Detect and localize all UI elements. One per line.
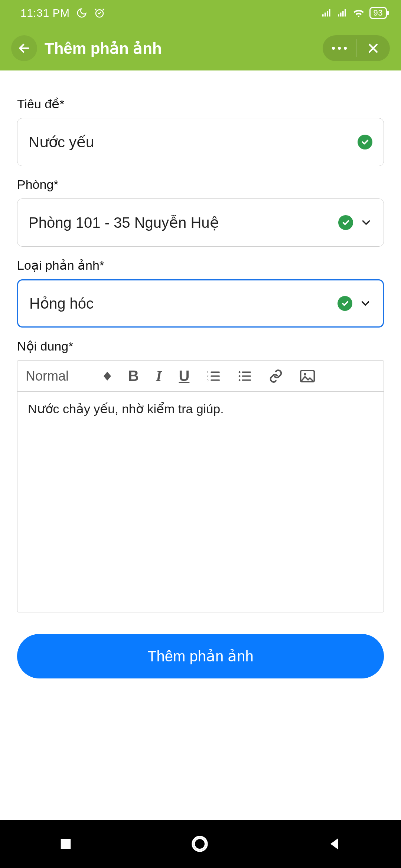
svg-text:3: 3 bbox=[207, 378, 209, 382]
alarm-icon bbox=[94, 7, 105, 19]
editor-toolbar: Normal B I U 123 bbox=[17, 361, 384, 392]
submit-label: Thêm phản ảnh bbox=[147, 648, 254, 665]
heading-value: Normal bbox=[26, 368, 69, 384]
form: Tiêu đề* Nước yếu Phòng* Phòng 101 - 35 … bbox=[0, 70, 401, 820]
app-bar-pill bbox=[323, 35, 390, 61]
room-label: Phòng* bbox=[17, 177, 384, 192]
valid-check-icon bbox=[338, 296, 352, 311]
title-input[interactable]: Nước yếu bbox=[17, 118, 384, 166]
battery-cap bbox=[387, 11, 389, 15]
system-nav-bar bbox=[0, 820, 401, 868]
app-bar-actions bbox=[323, 35, 390, 61]
battery-percent: 93 bbox=[374, 9, 383, 17]
svg-text:1: 1 bbox=[207, 370, 209, 374]
ordered-list-button[interactable]: 123 bbox=[206, 370, 221, 382]
type-select[interactable]: Hỏng hóc bbox=[17, 279, 384, 328]
svg-point-6 bbox=[239, 379, 241, 381]
valid-check-icon bbox=[338, 215, 353, 230]
signal-icon-2 bbox=[337, 9, 348, 17]
chevron-down-icon bbox=[359, 297, 372, 310]
svg-point-11 bbox=[194, 838, 205, 849]
valid-check-icon bbox=[358, 135, 372, 149]
image-button[interactable] bbox=[300, 369, 315, 383]
nav-back-button[interactable] bbox=[326, 836, 343, 852]
unordered-list-button[interactable] bbox=[238, 370, 252, 382]
svg-rect-9 bbox=[61, 839, 71, 849]
title-value: Nước yếu bbox=[29, 134, 351, 151]
submit-button[interactable]: Thêm phản ảnh bbox=[17, 634, 384, 678]
svg-point-8 bbox=[304, 373, 306, 375]
status-time: 11:31 PM bbox=[20, 7, 69, 19]
content-editor: Normal B I U 123 bbox=[17, 360, 384, 612]
type-label: Loại phản ảnh* bbox=[17, 258, 384, 273]
sort-icon bbox=[104, 372, 111, 381]
signal-icon bbox=[321, 9, 332, 17]
link-button[interactable] bbox=[269, 369, 283, 383]
chevron-down-icon bbox=[360, 216, 372, 229]
title-label: Tiêu đề* bbox=[17, 96, 384, 111]
room-value: Phòng 101 - 35 Nguyễn Huệ bbox=[29, 214, 332, 231]
status-left: 11:31 PM bbox=[20, 7, 105, 19]
nav-recent-button[interactable] bbox=[58, 836, 73, 851]
status-right: 93 bbox=[321, 7, 387, 19]
wifi-icon bbox=[352, 8, 365, 18]
more-icon bbox=[332, 47, 347, 50]
svg-point-4 bbox=[239, 371, 241, 373]
heading-select[interactable]: Normal bbox=[26, 368, 111, 384]
app-title: Thêm phản ảnh bbox=[43, 39, 317, 57]
italic-button[interactable]: I bbox=[156, 367, 162, 385]
svg-point-5 bbox=[239, 375, 241, 377]
more-button[interactable] bbox=[323, 35, 356, 61]
status-bar: 11:31 PM 93 bbox=[0, 0, 401, 26]
editor-text: Nước chảy yếu, nhờ kiểm tra giúp. bbox=[28, 402, 224, 416]
app-bar: Thêm phản ảnh bbox=[0, 26, 401, 70]
close-icon bbox=[367, 42, 379, 55]
underline-button[interactable]: U bbox=[179, 368, 189, 384]
room-select[interactable]: Phòng 101 - 35 Nguyễn Huệ bbox=[17, 198, 384, 247]
close-button[interactable] bbox=[356, 35, 390, 61]
back-button[interactable] bbox=[11, 35, 37, 61]
bold-button[interactable]: B bbox=[128, 368, 139, 384]
nav-home-button[interactable] bbox=[190, 834, 209, 854]
editor-body[interactable]: Nước chảy yếu, nhờ kiểm tra giúp. bbox=[17, 392, 384, 612]
moon-icon bbox=[76, 7, 87, 19]
content-label: Nội dung* bbox=[17, 339, 384, 354]
battery-indicator: 93 bbox=[369, 7, 387, 19]
svg-text:2: 2 bbox=[207, 374, 209, 378]
type-value: Hỏng hóc bbox=[29, 295, 331, 312]
